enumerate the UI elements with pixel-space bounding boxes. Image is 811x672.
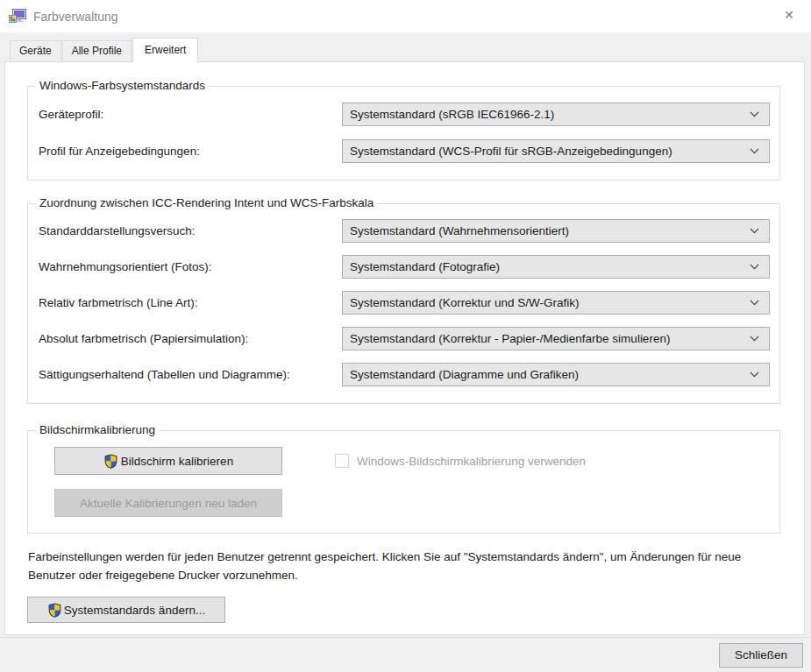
reload-calibrations-button-label: Aktuelle Kalibrierungen neu laden — [80, 497, 257, 510]
window-title: Farbverwaltung — [33, 10, 118, 24]
color-management-app-icon — [8, 8, 27, 25]
chevron-down-icon — [750, 264, 759, 270]
group-icc-wcs-mapping: Zuordnung zwischen ICC-Rendering Intent … — [27, 203, 780, 404]
group-title: Zuordnung zwischen ICC-Rendering Intent … — [36, 196, 377, 209]
group-display-calibration: Bildschirmkalibrierung — [27, 430, 780, 534]
field-row-viewing-conditions-profile: Profil für Anzeigebedingungen: Systemsta… — [28, 132, 779, 169]
chevron-down-icon — [750, 371, 759, 378]
chevron-down-icon — [750, 111, 759, 117]
viewing-conditions-label: Profil für Anzeigebedingungen: — [39, 145, 200, 158]
saturation-select[interactable]: Systemstandard (Diagramme und Grafiken) — [342, 363, 770, 386]
device-profile-label: Geräteprofil: — [39, 108, 103, 121]
change-system-defaults-button[interactable]: Systemstandards ändern... — [27, 597, 225, 623]
group-title: Windows-Farbsystemstandards — [36, 79, 209, 92]
reload-calibrations-button: Aktuelle Kalibrierungen neu laden — [54, 489, 282, 517]
field-row-saturation: Sättigungserhaltend (Tabellen und Diagra… — [28, 357, 779, 393]
color-management-dialog: Farbverwaltung ✕ Geräte Alle Profile Erw… — [0, 0, 811, 672]
tab-erweitert[interactable]: Erweitert — [132, 38, 198, 62]
use-windows-calibration-option: Windows-Bildschirmkalibrierung verwenden — [335, 454, 586, 468]
change-system-defaults-button-label: Systemstandards ändern... — [64, 604, 205, 617]
default-rendering-intent-select[interactable]: Systemstandard (Wahrnehmensorientiert) — [342, 219, 770, 243]
relative-colorimetric-select[interactable]: Systemstandard (Korrektur und S/W-Grafik… — [342, 291, 770, 315]
relative-colorimetric-value: Systemstandard (Korrektur und S/W-Grafik… — [350, 296, 580, 309]
group-title: Bildschirmkalibrierung — [36, 423, 159, 436]
relative-colorimetric-label: Relativ farbmetrisch (Line Art): — [39, 296, 198, 309]
perceptual-select[interactable]: Systemstandard (Fotografie) — [342, 255, 770, 279]
perceptual-value: Systemstandard (Fotografie) — [350, 260, 500, 273]
field-row-default-rendering-intent: Standarddarstellungsversuch: Systemstand… — [28, 213, 779, 249]
chevron-down-icon — [750, 228, 759, 234]
absolute-colorimetric-select[interactable]: Systemstandard (Korrektur - Papier-/Medi… — [342, 327, 770, 350]
close-icon[interactable]: ✕ — [771, 0, 807, 29]
chevron-down-icon — [750, 300, 759, 306]
default-rendering-intent-label: Standarddarstellungsversuch: — [39, 224, 196, 237]
device-profile-value: Systemstandard (sRGB IEC61966-2.1) — [350, 108, 554, 121]
titlebar: Farbverwaltung ✕ — [0, 0, 811, 32]
uac-shield-icon — [47, 603, 62, 618]
close-button[interactable]: Schließen — [719, 643, 803, 668]
viewing-conditions-value: Systemstandard (WCS-Profil für sRGB-Anze… — [350, 145, 672, 158]
tab-strip: Geräte Alle Profile Erweitert — [0, 32, 811, 61]
dialog-footer: Schließen — [0, 637, 811, 672]
chevron-down-icon — [750, 148, 759, 154]
saturation-value: Systemstandard (Diagramme und Grafiken) — [350, 368, 579, 381]
use-windows-calibration-label: Windows-Bildschirmkalibrierung verwenden — [357, 455, 586, 468]
tab-page-erweitert: Windows-Farbsystemstandards Geräteprofil… — [4, 61, 805, 635]
perceptual-label: Wahrnehmungsorientiert (Fotos): — [39, 260, 212, 273]
calibrate-display-button[interactable]: Bildschirm kalibrieren — [54, 447, 282, 475]
field-row-absolute-colorimetric: Absolut farbmetrisch (Papiersimulation):… — [28, 321, 779, 357]
calibration-row-2: Aktuelle Kalibrierungen neu laden — [28, 489, 779, 517]
calibrate-display-button-label: Bildschirm kalibrieren — [121, 455, 233, 468]
default-rendering-intent-value: Systemstandard (Wahrnehmensorientiert) — [350, 224, 569, 237]
tab-alle-profile[interactable]: Alle Profile — [62, 40, 132, 61]
absolute-colorimetric-value: Systemstandard (Korrektur - Papier-/Medi… — [350, 332, 670, 345]
tab-geraete[interactable]: Geräte — [10, 40, 61, 61]
field-row-relative-colorimetric: Relativ farbmetrisch (Line Art): Systems… — [28, 285, 779, 321]
per-user-settings-note: Farbeinstellungen werden für jeden Benut… — [28, 548, 769, 584]
field-row-perceptual: Wahrnehmungsorientiert (Fotos): Systemst… — [28, 249, 779, 285]
field-row-device-profile: Geräteprofil: Systemstandard (sRGB IEC61… — [28, 95, 779, 132]
checkbox-unchecked-icon — [335, 454, 349, 468]
saturation-label: Sättigungserhaltend (Tabellen und Diagra… — [39, 368, 290, 381]
device-profile-select[interactable]: Systemstandard (sRGB IEC61966-2.1) — [342, 103, 770, 126]
calibration-row-1: Bildschirm kalibrieren Windows-Bildschir… — [28, 447, 779, 475]
viewing-conditions-select[interactable]: Systemstandard (WCS-Profil für sRGB-Anze… — [342, 139, 770, 163]
absolute-colorimetric-label: Absolut farbmetrisch (Papiersimulation): — [39, 332, 248, 345]
group-windows-color-system-defaults: Windows-Farbsystemstandards Geräteprofil… — [27, 86, 780, 180]
uac-shield-icon — [103, 454, 118, 469]
chevron-down-icon — [750, 336, 759, 342]
